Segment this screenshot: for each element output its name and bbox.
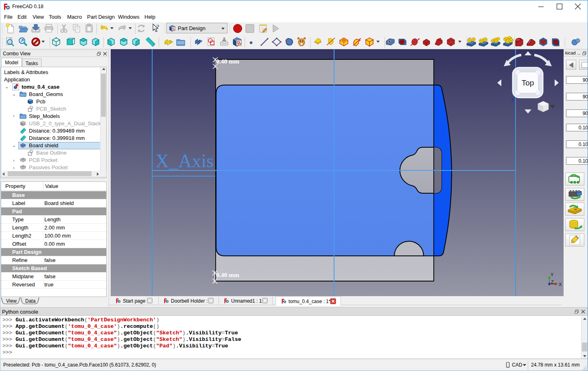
svg-text:Z: Z <box>551 279 554 284</box>
svg-text:Y: Y <box>551 272 554 277</box>
svg-text:X: X <box>559 282 562 287</box>
svg-text:X_Axis: X_Axis <box>155 151 214 171</box>
svg-text:?: ? <box>156 24 160 30</box>
svg-text:Data: Data <box>25 298 36 304</box>
svg-text:View: View <box>6 298 17 304</box>
svg-text:z: z <box>511 96 514 103</box>
svg-text:Top: Top <box>522 79 534 87</box>
svg-text:0.40 mm: 0.40 mm <box>216 271 239 278</box>
svg-text:0.40 mm: 0.40 mm <box>216 58 239 65</box>
